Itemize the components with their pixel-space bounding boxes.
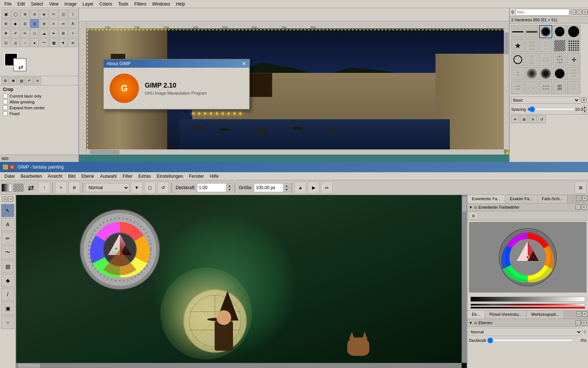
bottom-menu-ansicht[interactable]: Ansicht [45,173,65,180]
vscroll-thumb[interactable] [504,32,509,54]
canvas-hscroll-thumb[interactable] [18,364,40,368]
btool-pattern-fill[interactable]: ▧ [1,260,14,273]
brush-item-grunge1[interactable]: ∷∶∷∶∷∶∷∶∷ [525,53,538,66]
btool-nav-flip[interactable]: ⇔ [321,182,333,194]
bottom-menu-bild[interactable]: Bild [65,173,78,180]
brush-item-large2[interactable]: ⁺⁺⁺⁺⁺⁺⁺⁺⁺ [567,67,580,80]
ebenen-expand-btn[interactable]: □ [576,320,581,325]
tool-heal[interactable]: + [68,29,77,38]
brush-category-select[interactable]: Basic [511,96,580,104]
tool-transform[interactable]: ⊕ [40,19,49,28]
menu-help[interactable]: Help [173,1,188,7]
menu-filters[interactable]: Filters [131,1,149,7]
spacing-down[interactable]: ▼ [583,109,587,113]
bottom-menu-einstellungen[interactable]: Einstellungen [154,173,186,180]
bottom-menu-auswahl[interactable]: Auswahl [97,173,119,180]
btool-fill[interactable]: ▼ [131,182,143,194]
btool-eraser[interactable]: ◻ [144,182,156,194]
tool-options-icon[interactable]: ⚙ [1,77,9,84]
brush-item-scatter2[interactable]: ·∙·∙·∙·∙· [539,39,552,52]
tab-erweiterter-fa[interactable]: Erweiterter Fa... [467,195,505,203]
brush-refresh-btn[interactable]: ↺ [538,115,546,123]
bottom-canvas[interactable] [16,195,467,368]
tool-ink[interactable]: ✒ [49,29,58,38]
toolbox-pin-btn[interactable]: ⊙ [2,197,7,202]
tool-select-by-color[interactable]: ◈ [40,10,49,18]
tool-smudge[interactable]: 〜 [40,38,49,47]
blend-mode-select[interactable]: Normal Multiply Screen [85,183,129,192]
tab-pinsel[interactable]: Pinsel-Voreinstu... [485,311,527,319]
farbwahler-close-btn[interactable]: ✕ [582,196,587,201]
tool-pencil[interactable]: ✐ [11,29,20,38]
tool-align[interactable]: ≡ [49,19,58,28]
layer-mode-select[interactable]: Normal [469,328,582,336]
tab-farb-schi[interactable]: Farb-Schi... [538,195,568,203]
color-swap-btn[interactable]: ⇄ [25,182,37,194]
tool-eraser[interactable]: ◻ [30,29,39,38]
brush-delete-btn[interactable]: ✕ [529,115,537,123]
tool-crop[interactable]: ⊡ [30,19,39,28]
hscroll-thumb[interactable] [90,150,119,154]
size-down[interactable]: ▼ [285,188,289,192]
bottom-menu-ebene[interactable]: Ebene [78,173,97,180]
menu-edit[interactable]: Edit [14,1,28,7]
tab-eb[interactable]: Eb... [467,311,485,319]
ebenen-close2-btn[interactable]: ✕ [581,320,587,325]
canvas-vscroll-thumb[interactable] [462,197,466,212]
brush-item-dots[interactable]: •••• [511,67,524,80]
brush-dropdown-btn[interactable]: ▼ [581,98,587,103]
menu-tools[interactable]: Tools [115,1,131,7]
tab-exakter-fa[interactable]: Exakter Fa... [505,195,537,203]
bottom-menu-filter[interactable]: Filter [120,173,136,180]
reset-colors-icon[interactable]: ⇄ [18,64,23,71]
bottom-menu-datei[interactable]: Datei [1,173,18,180]
btool-grid-right[interactable]: ⊞ [575,182,587,194]
layer-opacity-slider[interactable] [487,338,574,343]
brush-item-line1[interactable] [511,25,524,38]
delete-icon[interactable]: ✕ [34,77,41,84]
ebenen-collapse-icon[interactable]: ▼ [469,321,473,325]
menu-colors[interactable]: Colors [97,1,115,7]
brush-item-misc5[interactable]: ·:·:·: [567,81,580,94]
undo-icon[interactable]: ↶ [26,77,33,84]
brush-item-misc1[interactable]: ∘∘∘∘∘∘ [511,81,524,94]
tool-paths[interactable]: ⌇ [68,10,77,18]
brush-item-cross[interactable]: ✛ [567,53,580,66]
bottom-close-btn[interactable]: ✕ [10,164,15,170]
bottom-menu-fenster[interactable]: Fenster [186,173,207,180]
tool-blend[interactable]: ▦ [49,38,58,47]
menu-image[interactable]: Image [61,1,79,7]
spacing-slider[interactable] [527,107,575,112]
btool-nav-up[interactable]: ▲ [294,182,306,194]
bottom-menu-extras[interactable]: Extras [135,173,154,180]
btool-line-tool[interactable]: / [1,288,14,301]
color-gradient-bar[interactable] [470,304,585,306]
bottom-menu-hilfe[interactable]: Hilfe [207,173,222,180]
brush-item-texture2[interactable] [567,39,580,52]
brush-edit-btn[interactable]: ✏ [511,115,519,123]
bottom-canvas-vscroll[interactable] [462,195,467,363]
brush-item-hard2[interactable] [553,67,566,80]
btool-arrow1[interactable]: ↑ [38,182,50,194]
red-gradient-bar[interactable] [470,307,585,309]
tool-text[interactable]: A [68,19,77,28]
size-input[interactable] [254,183,283,192]
tool-fuzzy-select[interactable]: ⊘ [30,10,39,18]
tool-ellipse-select[interactable]: ◯ [11,10,20,18]
tool-dodge[interactable]: ○ [21,38,29,47]
brush-item-misc3[interactable]: ∗∗∗∗∗∗ [539,81,552,94]
bottom-canvas-hscroll[interactable] [16,363,462,368]
size-up[interactable]: ▲ [285,184,289,188]
tool-rect-select[interactable]: ▣ [1,10,10,18]
tool-scissors[interactable]: ✂ [49,10,58,18]
about-dialog-close-btn[interactable]: ✕ [242,61,246,67]
tab-werkzeug[interactable]: Werkzeugopti... [527,311,564,319]
btool-paintbrush-tool[interactable]: ✏ [1,232,14,245]
tool-move[interactable]: ✥ [1,29,10,38]
opacity-down[interactable]: ▼ [228,188,232,192]
bottom-menu-bearbeiten[interactable]: Bearbeiten [18,173,45,180]
btool-text-tool[interactable]: A [1,218,14,231]
brush-item-soft[interactable] [525,67,538,80]
ebenen-close-btn[interactable]: ✕ [582,311,587,316]
menu-select[interactable]: Select [28,1,46,7]
